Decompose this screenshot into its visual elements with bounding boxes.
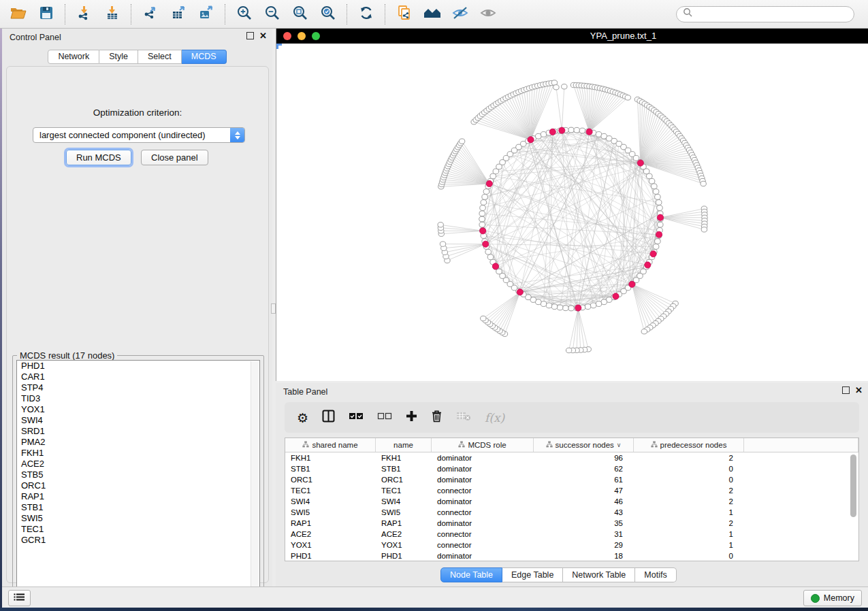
- network-node[interactable]: [653, 244, 659, 250]
- delete-button[interactable]: [431, 410, 443, 425]
- select-all-button[interactable]: [349, 412, 364, 424]
- satellite-node[interactable]: [625, 95, 630, 100]
- network-node[interactable]: [657, 222, 663, 227]
- satellite-node[interactable]: [641, 329, 647, 334]
- column-header-shared-name[interactable]: shared name: [285, 438, 376, 452]
- tab-select[interactable]: Select: [138, 50, 182, 64]
- dominator-node[interactable]: [645, 262, 651, 268]
- table-row[interactable]: STB1STB1dominator620: [285, 463, 858, 474]
- dominator-node[interactable]: [559, 127, 565, 133]
- add-row-button[interactable]: [406, 410, 417, 425]
- mcds-result-item[interactable]: STP4: [17, 382, 259, 393]
- run-mcds-button[interactable]: Run MCDS: [66, 150, 131, 165]
- satellite-node[interactable]: [481, 316, 486, 320]
- network-node[interactable]: [653, 189, 659, 195]
- network-node[interactable]: [479, 216, 485, 222]
- tab-motifs[interactable]: Motifs: [635, 567, 676, 582]
- dominator-node[interactable]: [549, 129, 556, 135]
- zoom-selected-button[interactable]: [314, 3, 342, 26]
- satellite-node[interactable]: [701, 227, 707, 232]
- network-node[interactable]: [655, 239, 661, 244]
- satellite-node[interactable]: [438, 222, 443, 227]
- network-node[interactable]: [483, 189, 489, 195]
- satellite-node[interactable]: [440, 242, 445, 246]
- dominator-node[interactable]: [657, 214, 663, 220]
- open-button[interactable]: [4, 3, 32, 26]
- delete-table-button[interactable]: [456, 411, 471, 424]
- close-window-icon[interactable]: [283, 32, 291, 40]
- mcds-result-item[interactable]: RAP1: [17, 491, 259, 502]
- satellite-node[interactable]: [553, 85, 559, 90]
- dominator-node[interactable]: [575, 305, 581, 311]
- table-scrollbar-thumb[interactable]: [850, 455, 856, 517]
- network-node[interactable]: [482, 195, 488, 200]
- table-row[interactable]: ACE2ACE2connector311: [285, 529, 858, 540]
- mcds-result-item[interactable]: STB5: [17, 469, 259, 480]
- satellite-node[interactable]: [562, 84, 567, 89]
- network-node[interactable]: [487, 254, 494, 260]
- network-node[interactable]: [649, 178, 655, 184]
- table-row[interactable]: SWI5SWI5connector431: [285, 507, 858, 518]
- table-scrollbar[interactable]: [850, 455, 856, 558]
- network-node[interactable]: [657, 205, 663, 211]
- maximize-window-icon[interactable]: [312, 32, 320, 40]
- network-node[interactable]: [585, 304, 591, 310]
- table-row[interactable]: RAP1RAP1dominator352: [285, 518, 858, 529]
- export-image-button[interactable]: [192, 3, 220, 26]
- mcds-result-item[interactable]: SWI4: [17, 415, 259, 426]
- network-node[interactable]: [655, 195, 661, 200]
- search-input[interactable]: [676, 6, 854, 22]
- zoom-fit-button[interactable]: [286, 3, 314, 26]
- zoom-in-button[interactable]: [230, 3, 258, 26]
- deselect-all-button[interactable]: [377, 412, 392, 424]
- mcds-result-item[interactable]: SRD1: [17, 426, 259, 437]
- dominator-node[interactable]: [656, 231, 662, 237]
- mcds-result-item[interactable]: YOX1: [17, 404, 259, 415]
- network-node[interactable]: [541, 132, 547, 137]
- task-history-button[interactable]: [8, 590, 31, 606]
- mcds-result-item[interactable]: TEC1: [17, 524, 259, 535]
- dominator-node[interactable]: [650, 251, 656, 257]
- export-network-button[interactable]: [136, 3, 164, 26]
- network-node[interactable]: [579, 128, 585, 133]
- mcds-result-list[interactable]: PHD1CAR1STP4TID3YOX1SWI4SRD1PMA2FKH1ACE2…: [16, 360, 260, 606]
- tab-network-table[interactable]: Network Table: [563, 567, 635, 582]
- column-header-predecessor-nodes[interactable]: predecessor nodes: [634, 438, 744, 452]
- tab-edge-table[interactable]: Edge Table: [502, 567, 563, 582]
- panel-splitter-handle[interactable]: [271, 303, 276, 314]
- zoom-out-button[interactable]: [258, 3, 286, 26]
- float-panel-icon[interactable]: [246, 32, 254, 39]
- column-header-mcds-role[interactable]: MCDS role: [432, 438, 534, 452]
- network-node[interactable]: [551, 304, 558, 310]
- dominator-node[interactable]: [483, 241, 489, 247]
- mcds-result-item[interactable]: TID3: [17, 393, 259, 404]
- memory-button[interactable]: Memory: [803, 590, 862, 606]
- network-node[interactable]: [479, 222, 485, 227]
- dominator-node[interactable]: [492, 263, 498, 269]
- network-node[interactable]: [568, 306, 575, 311]
- mcds-result-item[interactable]: SWI5: [17, 513, 259, 524]
- dominator-node[interactable]: [613, 293, 619, 299]
- optimization-criterion-select[interactable]: largest connected component (undirected): [33, 127, 245, 143]
- network-node[interactable]: [546, 303, 552, 308]
- network-node[interactable]: [596, 301, 602, 307]
- close-panel-button[interactable]: Close panel: [141, 150, 208, 165]
- network-node[interactable]: [485, 249, 492, 254]
- table-row[interactable]: SWI4SWI4dominator462: [285, 496, 858, 507]
- mcds-result-item[interactable]: ACE2: [17, 459, 259, 469]
- mcds-result-item[interactable]: FKH1: [17, 448, 259, 459]
- table-row[interactable]: ORC1ORC1dominator610: [285, 474, 858, 485]
- table-row[interactable]: FKH1FKH1dominator962: [285, 452, 858, 463]
- export-table-button[interactable]: [164, 3, 192, 26]
- tab-style[interactable]: Style: [99, 50, 138, 64]
- network-node[interactable]: [656, 200, 662, 205]
- show-all-button[interactable]: [474, 3, 502, 26]
- tab-network[interactable]: Network: [48, 50, 99, 64]
- network-node[interactable]: [652, 184, 658, 189]
- network-node[interactable]: [643, 169, 649, 174]
- dominator-node[interactable]: [637, 160, 643, 166]
- network-node[interactable]: [557, 305, 563, 310]
- import-table-button[interactable]: [98, 3, 126, 26]
- close-panel-icon[interactable]: ✕: [259, 32, 267, 39]
- network-node[interactable]: [480, 205, 486, 211]
